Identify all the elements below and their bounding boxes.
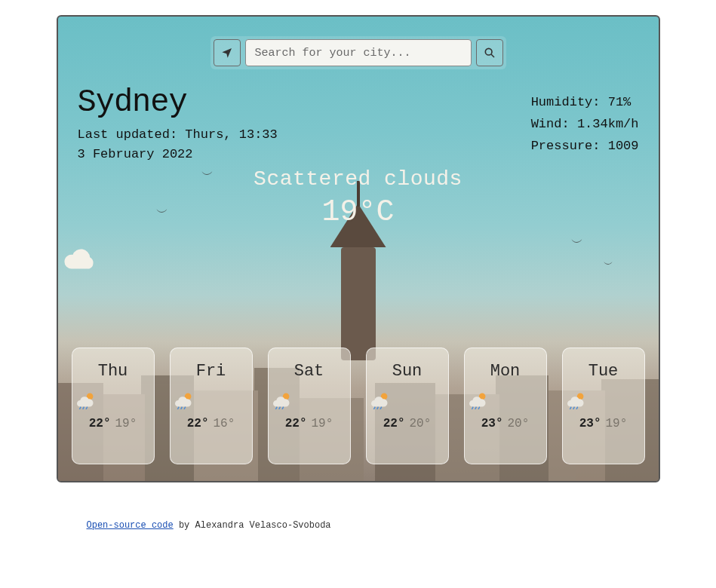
- forecast-card[interactable]: Tue 23°19°: [562, 348, 645, 464]
- svg-line-15: [373, 407, 375, 409]
- location-block: Sydney Last updated: Thurs, 13:33 3 Febr…: [78, 84, 278, 165]
- last-updated: Last updated: Thurs, 13:33: [78, 125, 278, 145]
- forecast-low: 19°: [312, 417, 333, 430]
- forecast-high: 22°: [383, 417, 405, 430]
- forecast-day: Sun: [370, 362, 445, 381]
- svg-line-19: [472, 407, 473, 409]
- svg-line-17: [380, 407, 382, 409]
- current-temperature: 19°C: [58, 195, 659, 229]
- forecast-card[interactable]: Mon 23°20°: [464, 348, 547, 464]
- forecast-temps: 22°16°: [174, 417, 249, 430]
- forecast-row: Thu 22°19° Fri 22°16° Sat 22°19° Sun 22°…: [58, 348, 659, 464]
- rain-sun-icon: [468, 391, 543, 409]
- forecast-high: 23°: [481, 417, 503, 430]
- svg-line-13: [282, 407, 284, 409]
- svg-line-21: [478, 407, 480, 409]
- svg-line-20: [475, 407, 476, 409]
- svg-line-24: [573, 407, 574, 409]
- forecast-day: Fri: [174, 362, 249, 381]
- condition-text: Scattered clouds: [58, 167, 659, 191]
- forecast-day: Thu: [75, 362, 151, 381]
- forecast-low: 20°: [508, 417, 530, 430]
- wind-value: Wind: 1.34km/h: [531, 114, 639, 136]
- forecast-high: 23°: [579, 417, 601, 430]
- svg-line-7: [177, 407, 179, 409]
- svg-line-16: [376, 407, 378, 409]
- footer-author: by Alexandra Velasco-Svoboda: [174, 520, 331, 531]
- forecast-day: Tue: [566, 362, 641, 381]
- forecast-temps: 23°19°: [566, 417, 641, 430]
- locate-button[interactable]: [214, 39, 241, 66]
- svg-line-11: [275, 407, 277, 409]
- forecast-high: 22°: [187, 417, 209, 430]
- rain-sun-icon: [370, 391, 445, 409]
- forecast-temps: 22°20°: [370, 417, 445, 430]
- forecast-day: Mon: [468, 362, 543, 381]
- cloud-icon: [58, 244, 659, 273]
- pressure-value: Pressure: 1009: [531, 136, 639, 158]
- forecast-temps: 22°19°: [75, 417, 151, 430]
- footer: Open-source code by Alexandra Velasco-Sv…: [57, 520, 660, 531]
- rain-sun-icon: [272, 391, 347, 409]
- svg-point-0: [485, 48, 492, 55]
- forecast-low: 19°: [606, 417, 628, 430]
- forecast-temps: 23°20°: [468, 417, 543, 430]
- svg-line-9: [184, 407, 186, 409]
- stats-block: Humidity: 71% Wind: 1.34km/h Pressure: 1…: [531, 92, 639, 158]
- svg-line-5: [86, 407, 88, 409]
- humidity-value: Humidity: 71%: [531, 92, 639, 114]
- svg-line-3: [79, 407, 81, 409]
- search-bar: [210, 36, 506, 69]
- forecast-card[interactable]: Thu 22°19°: [72, 348, 155, 464]
- forecast-low: 16°: [214, 417, 235, 430]
- forecast-card[interactable]: Fri 22°16°: [170, 348, 253, 464]
- forecast-day: Sat: [272, 362, 347, 381]
- svg-line-8: [180, 407, 182, 409]
- forecast-temps: 22°19°: [272, 417, 347, 430]
- current-weather: Scattered clouds 19°C: [58, 167, 659, 273]
- search-button[interactable]: [476, 39, 503, 66]
- svg-line-4: [82, 407, 84, 409]
- forecast-high: 22°: [285, 417, 307, 430]
- svg-line-25: [576, 407, 578, 409]
- svg-line-12: [278, 407, 280, 409]
- search-input[interactable]: [245, 39, 472, 66]
- source-link[interactable]: Open-source code: [87, 520, 174, 531]
- forecast-low: 19°: [115, 417, 137, 430]
- weather-card: ︶ ︶ ︶ ︶ Sydney Last updated: Thurs, 13:3…: [57, 15, 660, 482]
- current-date: 3 February 2022: [78, 145, 278, 164]
- rain-sun-icon: [566, 391, 641, 409]
- svg-line-23: [570, 407, 571, 409]
- svg-line-1: [491, 54, 494, 57]
- city-name: Sydney: [78, 84, 278, 121]
- location-arrow-icon: [221, 47, 233, 59]
- search-icon: [484, 47, 496, 59]
- forecast-low: 20°: [410, 417, 432, 430]
- forecast-high: 22°: [89, 417, 111, 430]
- rain-sun-icon: [75, 391, 151, 409]
- forecast-card[interactable]: Sun 22°20°: [366, 348, 449, 464]
- rain-sun-icon: [174, 391, 249, 409]
- forecast-card[interactable]: Sat 22°19°: [268, 348, 351, 464]
